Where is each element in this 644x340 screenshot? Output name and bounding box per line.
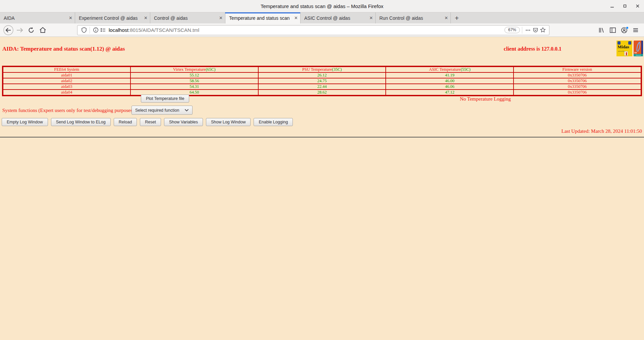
logos: Midas powered by Tcl Powered [616,41,643,56]
url-host: localhost [109,27,128,33]
toolbar-right-icons [596,25,641,36]
urlbar-divider [522,27,522,34]
col-header-asic: ASIC Temperature(55C) [386,66,514,72]
menu-button[interactable] [630,25,641,36]
site-info-icon[interactable] [92,26,99,34]
window-controls [609,0,641,12]
url-bar[interactable]: localhost:8015/AIDA/TSCAN/TSCAN.tml 67% [77,25,549,35]
tab-bar: AIDA ✕ Experiment Control @ aidas ✕ Cont… [0,12,644,23]
page-title: AIDA: Temperature and status scan(1.12) … [2,46,125,52]
cell-psu-temp: 24.75 [258,78,386,84]
window-titlebar: Temperature and status scan @ aidas – Mo… [0,0,644,12]
plus-icon: + [455,14,459,22]
empty-log-window-button[interactable]: Empty Log Window [2,118,48,126]
tab-close-icon[interactable]: ✕ [369,16,373,20]
cell-system: aida03 [3,84,130,90]
forward-button[interactable] [14,25,25,36]
tracking-shield-icon[interactable] [80,26,88,34]
tab-label: ASIC Control @ aidas [304,15,367,21]
system-functions-label: System functions (Expert users only for … [2,108,139,113]
tab-close-icon[interactable]: ✕ [219,16,223,20]
col-header-fee64: FEE64 System [3,66,130,72]
tab-close-icon[interactable]: ✕ [294,16,298,20]
temperature-logging-status: No Temperature Logging [460,96,511,102]
back-icon [3,25,14,36]
window-title: Temperature and status scan @ aidas – Mo… [261,3,383,9]
back-button[interactable] [3,25,14,36]
cell-asic-temp: 41.19 [386,72,514,78]
cell-firmware: 0x3350706 [514,84,641,90]
cell-firmware: 0x3350706 [514,72,641,78]
account-notification-dot [626,26,629,29]
reset-button[interactable]: Reset [140,118,161,126]
tab-label: AIDA [4,15,67,21]
new-tab-button[interactable]: + [451,12,463,23]
cell-system: aida01 [3,72,130,78]
function-select[interactable]: Select required function [131,106,193,115]
table-row: aida01 55.12 26.12 41.19 0x3350706 [3,72,641,78]
sidebar-button[interactable] [607,25,619,36]
cell-psu-temp: 26.12 [258,72,386,78]
cell-virtex-temp: 55.12 [130,72,258,78]
midas-logo-subtext: powered by [618,50,625,52]
tab-label: Temperature and status scan [229,15,292,21]
action-button-row: Empty Log Window Send Log Window to ELog… [2,118,293,126]
home-button[interactable] [37,25,48,36]
cell-virtex-temp: 58.56 [130,78,258,84]
cell-psu-temp: 28.62 [258,90,386,96]
tab-label: Control @ aidas [154,15,217,21]
table-row: aida02 58.56 24.75 46.00 0x3350706 [3,78,641,84]
temperature-table: FEE64 System Virtex Temperature(65C) PSU… [2,66,642,96]
show-log-window-button[interactable]: Show Log Window [206,118,251,126]
tab-close-icon[interactable]: ✕ [144,16,148,20]
tab-close-icon[interactable]: ✕ [69,16,72,20]
reload-button[interactable] [25,25,37,36]
restore-button[interactable] [622,3,628,9]
cell-system: aida04 [3,90,130,96]
zoom-level-button[interactable]: 67% [504,27,520,33]
library-button[interactable] [596,25,607,36]
tab-run-control[interactable]: Run Control @ aidas ✕ [376,12,451,23]
tcl-logo[interactable]: Tcl Powered [634,41,643,56]
url-input[interactable]: localhost:8015/AIDA/TSCAN/TSCAN.tml [109,27,504,33]
cell-firmware: 0x3350706 [514,90,641,96]
close-icon [636,4,640,8]
midas-logo[interactable]: Midas powered by [616,41,632,56]
cell-asic-temp: 46.00 [386,78,514,84]
send-log-window-to-elog-button[interactable]: Send Log Window to ELog [51,118,111,126]
cell-asic-temp: 46.06 [386,84,514,90]
permissions-icon[interactable] [99,26,107,34]
cell-firmware: 0x3350706 [514,78,641,84]
horizontal-rule [0,137,644,137]
chevron-down-icon [184,109,189,112]
tab-control[interactable]: Control @ aidas ✕ [150,12,225,23]
tab-temperature-scan[interactable]: Temperature and status scan ✕ [225,12,301,23]
cell-asic-temp: 47.12 [386,90,514,96]
reload-page-button[interactable]: Reload [114,118,137,126]
account-button[interactable] [619,25,630,36]
tab-aida[interactable]: AIDA ✕ [0,12,75,23]
col-header-virtex: Virtex Temperature(65C) [130,66,258,72]
show-variables-button[interactable]: Show Variables [164,118,203,126]
close-window-button[interactable] [635,3,641,9]
enable-logging-button[interactable]: Enable Logging [254,118,293,126]
tab-label: Run Control @ aidas [379,15,442,21]
minimize-icon [610,4,614,8]
bookmark-star-icon[interactable] [539,26,546,34]
reload-icon [28,27,35,34]
table-row: aida04 64.50 28.62 47.12 0x3350706 [3,90,641,96]
client-address: client address is 127.0.0.1 [504,46,561,52]
page-actions-icon[interactable] [524,26,532,34]
navigation-toolbar: localhost:8015/AIDA/TSCAN/TSCAN.tml 67% [0,23,644,37]
table-row: aida03 54.31 22.44 46.06 0x3350706 [3,84,641,90]
plot-temperature-file-button[interactable]: Plot Temperature file [141,95,189,103]
tab-asic-control[interactable]: ASIC Control @ aidas ✕ [301,12,376,23]
pocket-icon[interactable] [532,26,539,34]
midas-figure-icon [624,51,628,56]
page-content: AIDA: Temperature and status scan(1.12) … [0,37,644,340]
tab-label: Experiment Control @ aidas [79,15,142,21]
tab-close-icon[interactable]: ✕ [444,16,448,20]
tab-experiment-control[interactable]: Experiment Control @ aidas ✕ [75,12,150,23]
function-select-value: Select required function [135,108,179,113]
minimize-button[interactable] [609,3,615,9]
